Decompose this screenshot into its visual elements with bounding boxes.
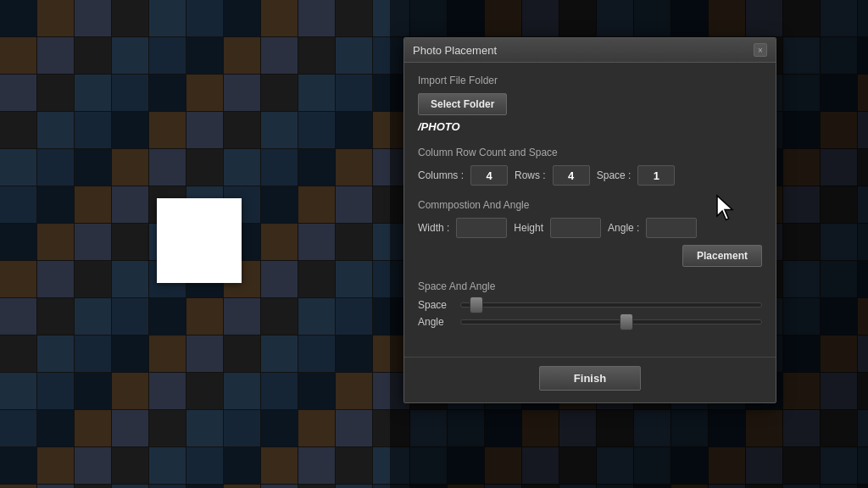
folder-path: /PHOTO bbox=[418, 120, 762, 133]
composition-section: Commpostion And Angle Width : Height Ang… bbox=[418, 199, 762, 267]
dialog-body: Import File Folder Select Folder /PHOTO … bbox=[404, 63, 776, 353]
column-row-title: Column Row Count and Space bbox=[418, 147, 762, 158]
angle-input[interactable] bbox=[646, 218, 697, 238]
width-label: Width : bbox=[418, 222, 449, 234]
space-slider-row: Space bbox=[418, 299, 762, 311]
rows-label: Rows : bbox=[515, 169, 546, 181]
column-row-inputs: Columns : Rows : Space : bbox=[418, 165, 762, 186]
columns-input[interactable] bbox=[470, 165, 508, 186]
angle-slider-row: Angle bbox=[418, 316, 762, 328]
placement-button[interactable]: Placement bbox=[682, 245, 762, 267]
space-angle-section: Space And Angle Space Angle bbox=[418, 280, 762, 328]
composition-inputs-row: Width : Height Angle : bbox=[418, 218, 762, 238]
composition-title: Commpostion And Angle bbox=[418, 199, 762, 211]
dialog-footer: Finish bbox=[404, 357, 776, 402]
dialog-title: Photo Placement bbox=[413, 44, 497, 57]
finish-button[interactable]: Finish bbox=[539, 366, 641, 391]
height-input[interactable] bbox=[550, 218, 601, 238]
width-input[interactable] bbox=[456, 218, 507, 238]
columns-label: Columns : bbox=[418, 169, 464, 181]
rows-input[interactable] bbox=[553, 165, 590, 186]
dialog-titlebar: Photo Placement × bbox=[404, 38, 776, 63]
photo-placement-dialog: Photo Placement × Import File Folder Sel… bbox=[403, 37, 776, 403]
photo-preview bbox=[157, 198, 242, 283]
import-section: Import File Folder Select Folder /PHOTO bbox=[418, 75, 762, 133]
space-slider-thumb[interactable] bbox=[470, 297, 483, 313]
column-row-section: Column Row Count and Space Columns : Row… bbox=[418, 147, 762, 186]
height-label: Height bbox=[514, 222, 543, 234]
dialog-close-button[interactable]: × bbox=[754, 43, 767, 57]
select-folder-button[interactable]: Select Folder bbox=[418, 93, 507, 115]
space-slider-track[interactable] bbox=[460, 302, 762, 308]
space-slider-label: Space bbox=[418, 299, 452, 311]
import-section-title: Import File Folder bbox=[418, 75, 762, 86]
space-angle-title: Space And Angle bbox=[418, 280, 762, 292]
angle-label: Angle : bbox=[608, 222, 639, 234]
angle-slider-track[interactable] bbox=[460, 319, 762, 324]
space-label: Space : bbox=[597, 169, 632, 181]
space-input[interactable] bbox=[637, 165, 675, 186]
angle-slider-thumb[interactable] bbox=[620, 313, 633, 330]
angle-slider-label: Angle bbox=[418, 316, 452, 328]
